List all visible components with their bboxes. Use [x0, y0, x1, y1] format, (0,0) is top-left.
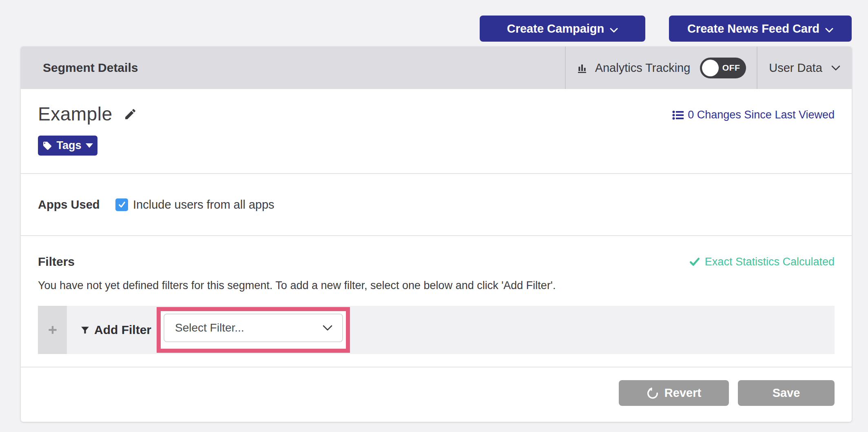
revert-icon	[647, 387, 659, 399]
create-news-feed-card-button[interactable]: Create News Feed Card	[669, 16, 852, 42]
analytics-tracking-toggle[interactable]: OFF	[700, 58, 746, 78]
caret-down-icon	[86, 143, 93, 148]
save-button-label: Save	[773, 386, 800, 400]
add-filter-label: Add Filter	[94, 323, 151, 337]
apps-used-section: Apps Used Include users from all apps	[21, 174, 852, 235]
check-icon	[689, 256, 700, 267]
create-campaign-label: Create Campaign	[507, 22, 604, 36]
chevron-down-icon	[831, 65, 840, 71]
create-campaign-button[interactable]: Create Campaign	[480, 16, 645, 42]
analytics-tracking-label: Analytics Tracking	[595, 61, 691, 75]
bar-chart-icon	[576, 61, 589, 74]
segment-title-section: Example 0 Changes Since Last Viewed	[21, 89, 852, 173]
chevron-down-icon	[323, 325, 332, 331]
exact-statistics-label: Exact Statistics Calculated	[705, 256, 835, 268]
tag-icon	[42, 141, 52, 151]
filters-header-row: Filters Exact Statistics Calculated	[38, 255, 835, 269]
save-button[interactable]: Save	[738, 380, 835, 406]
analytics-tracking-control: Analytics Tracking OFF	[566, 47, 757, 89]
chevron-down-icon	[610, 22, 618, 36]
filters-empty-message: You have not yet defined filters for thi…	[38, 279, 835, 292]
changes-link-label: 0 Changes Since Last Viewed	[688, 109, 835, 121]
apps-used-label: Apps Used	[38, 198, 115, 212]
revert-button[interactable]: Revert	[619, 380, 729, 406]
page-title: Segment Details	[21, 47, 565, 89]
segment-name: Example	[38, 103, 112, 125]
filters-section: Filters Exact Statistics Calculated You …	[21, 236, 852, 367]
highlight-annotation-box: Select Filter...	[157, 307, 350, 353]
change-log-icon	[672, 110, 684, 120]
select-filter-dropdown[interactable]: Select Filter...	[164, 314, 343, 342]
exact-statistics-status: Exact Statistics Calculated	[689, 256, 835, 268]
tags-button[interactable]: Tags	[38, 136, 97, 156]
edit-pencil-icon[interactable]	[124, 107, 137, 121]
changes-since-last-viewed-link[interactable]: 0 Changes Since Last Viewed	[672, 109, 835, 121]
include-all-apps-checkbox[interactable]	[115, 198, 128, 211]
revert-button-label: Revert	[664, 386, 701, 400]
create-news-feed-card-label: Create News Feed Card	[687, 22, 819, 36]
filters-heading: Filters	[38, 255, 75, 269]
card-footer: Revert Save	[21, 367, 852, 422]
tags-button-label: Tags	[56, 139, 81, 152]
toggle-knob	[702, 60, 719, 76]
select-filter-placeholder: Select Filter...	[175, 321, 244, 334]
card-header: Segment Details Analytics Tracking OFF	[21, 47, 852, 89]
top-action-bar: Create Campaign Create News Feed Card	[480, 16, 852, 42]
segment-details-card: Segment Details Analytics Tracking OFF	[21, 47, 852, 422]
segment-details-page: Create Campaign Create News Feed Card Se…	[0, 0, 868, 432]
include-all-apps-label: Include users from all apps	[133, 198, 275, 212]
add-filter-plus-button[interactable]	[38, 306, 67, 354]
toggle-state-label: OFF	[722, 63, 740, 73]
add-filter-label-group: Add Filter	[80, 323, 151, 337]
chevron-down-icon	[825, 22, 833, 36]
add-filter-row: Add Filter Select Filter...	[38, 306, 835, 354]
funnel-icon	[80, 325, 90, 335]
user-data-label: User Data	[769, 61, 822, 75]
user-data-dropdown[interactable]: User Data	[757, 47, 852, 89]
